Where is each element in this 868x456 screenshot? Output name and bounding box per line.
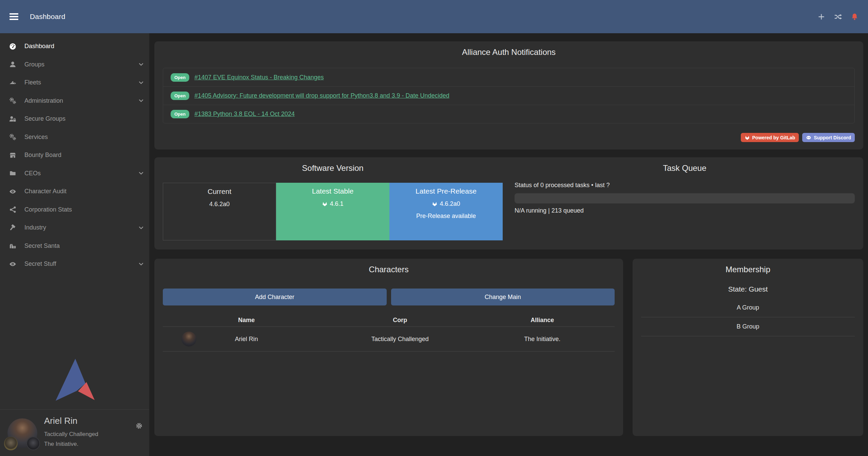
sidebar-item-label: Corporation Stats <box>24 206 72 213</box>
user-icon <box>8 61 17 68</box>
corp-logo-badge <box>4 437 18 450</box>
version-cell-current: Current 4.6.2a0 <box>163 183 276 240</box>
notifications-footer: Powered by GitLab Support Discord <box>163 133 855 142</box>
sidebar-item-character-audit[interactable]: Character Audit <box>0 182 149 201</box>
gitlab-icon <box>322 201 328 207</box>
user-meta: Ariel Rin Tactically Challenged The Init… <box>44 416 98 449</box>
sidebar-item-label: Industry <box>24 224 46 231</box>
hamburger-menu-icon[interactable] <box>9 13 18 20</box>
sidebar-item-label: Fleets <box>24 79 41 86</box>
notifications-list: Open #1407 EVE Equinox Status - Breaking… <box>163 68 855 123</box>
task-queue-section: Task Queue Status of 0 processed tasks •… <box>509 163 855 240</box>
task-queue-status-text: Status of 0 processed tasks • last ? <box>515 182 855 189</box>
sidebar-item-label: Dashboard <box>24 43 54 50</box>
powered-by-gitlab-badge[interactable]: Powered by GitLab <box>741 133 799 142</box>
character-row: Ariel Rin Tactically Challenged The Init… <box>163 327 615 352</box>
sidebar-item-label: Services <box>24 134 48 141</box>
main-content: Alliance Auth Notifications Open #1407 E… <box>149 33 868 456</box>
software-version-section: Software Version Current 4.6.2a0 Latest … <box>163 163 509 240</box>
sidebar-item-label: Character Audit <box>24 188 66 195</box>
user-alliance: The Initiative. <box>44 439 98 449</box>
membership-group: B Group <box>641 317 855 336</box>
alliance-auth-logo <box>54 358 95 401</box>
version-number: 4.6.2a0 <box>440 200 460 207</box>
sidebar-item-label: Secret Santa <box>24 242 60 250</box>
notification-link[interactable]: #1383 Python 3.8 EOL - 14 Oct 2024 <box>194 111 295 118</box>
sidebar-item-label: Groups <box>24 61 44 68</box>
add-character-button[interactable]: Add Character <box>163 289 387 305</box>
task-queue-progress-bar <box>515 193 855 203</box>
change-main-button[interactable]: Change Main <box>391 289 615 305</box>
notification-link[interactable]: #1407 EVE Equinox Status - Breaking Chan… <box>194 74 324 81</box>
user-avatar <box>7 418 37 448</box>
top-navbar: Dashboard <box>0 0 868 33</box>
column-header-corp: Corp <box>330 317 470 324</box>
sidebar: Dashboard Groups Fleets Administration S… <box>0 33 149 456</box>
gitlab-icon <box>745 135 750 140</box>
character-alliance: The Initiative. <box>470 336 615 343</box>
page-title: Dashboard <box>30 13 65 21</box>
version-number: 4.6.1 <box>330 200 343 207</box>
version-cell-stable: Latest Stable 4.6.1 <box>276 183 389 240</box>
characters-table-header: Name Corp Alliance <box>163 314 615 327</box>
navbar-actions <box>817 13 859 21</box>
sidebar-item-label: Secure Groups <box>24 115 65 122</box>
characters-table: Name Corp Alliance Ariel Rin Tactically … <box>163 314 615 352</box>
character-name-cell: Ariel Rin <box>163 336 330 343</box>
sidebar-item-administration[interactable]: Administration <box>0 92 149 110</box>
support-discord-badge[interactable]: Support Discord <box>802 133 855 142</box>
badge-label: Powered by GitLab <box>752 135 795 140</box>
version-number: 4.6.2a0 <box>209 201 230 208</box>
user-corp: Tactically Challenged <box>44 429 98 439</box>
characters-buttons: Add Character Change Main <box>163 289 615 305</box>
version-table: Current 4.6.2a0 Latest Stable 4.6.1 Late… <box>163 183 503 240</box>
sidebar-item-fleets[interactable]: Fleets <box>0 74 149 92</box>
sidebar-item-services[interactable]: Services <box>0 128 149 146</box>
gifts-icon <box>8 242 17 250</box>
membership-panel: Membership State: Guest A Group B Group <box>633 259 863 436</box>
chevron-down-icon <box>138 261 144 267</box>
sidebar-item-corporation-stats[interactable]: Corporation Stats <box>0 201 149 219</box>
chevron-down-icon <box>138 224 144 231</box>
status-badge: Open <box>171 110 189 118</box>
characters-title: Characters <box>163 264 615 275</box>
sidebar-item-secret-stuff[interactable]: Secret Stuff <box>0 255 149 273</box>
notification-item: Open #1405 Advisory: Future development … <box>163 86 854 105</box>
notification-item: Open #1407 EVE Equinox Status - Breaking… <box>163 68 854 86</box>
gears-icon <box>8 97 17 104</box>
sidebar-item-secure-groups[interactable]: Secure Groups <box>0 110 149 128</box>
plus-icon[interactable] <box>817 13 825 21</box>
user-lock-icon <box>8 115 17 123</box>
sidebar-item-label: CEOs <box>24 170 41 177</box>
share-nodes-icon <box>8 206 17 213</box>
sidebar-item-groups[interactable]: Groups <box>0 56 149 74</box>
sidebar-item-ceos[interactable]: CEOs <box>0 164 149 183</box>
chevron-down-icon <box>138 97 144 104</box>
character-name: Ariel Rin <box>235 336 258 342</box>
prerelease-note: Pre-Release available <box>389 213 503 220</box>
user-card: Ariel Rin Tactically Challenged The Init… <box>0 410 149 456</box>
store-icon <box>8 152 17 159</box>
gears-icon <box>8 133 17 141</box>
status-badge: Open <box>171 92 189 100</box>
folder-icon <box>8 170 17 177</box>
sidebar-item-industry[interactable]: Industry <box>0 219 149 237</box>
column-header-alliance: Alliance <box>470 317 615 324</box>
sidebar-item-dashboard[interactable]: Dashboard <box>0 37 149 56</box>
user-settings-gear-icon[interactable] <box>135 422 143 430</box>
sidebar-item-secret-santa[interactable]: Secret Santa <box>0 237 149 255</box>
chevron-down-icon <box>138 79 144 86</box>
badge-label: Support Discord <box>814 135 851 140</box>
eye-icon <box>8 188 17 195</box>
sidebar-bottom: Ariel Rin Tactically Challenged The Init… <box>0 358 149 456</box>
shuffle-icon[interactable] <box>834 13 842 21</box>
notification-link[interactable]: #1405 Advisory: Future development will … <box>194 92 449 99</box>
version-cell-heading: Latest Pre-Release <box>389 187 503 195</box>
version-cell-prerelease: Latest Pre-Release 4.6.2a0 Pre-Release a… <box>389 183 503 240</box>
bell-icon[interactable] <box>851 13 859 21</box>
discord-icon <box>806 135 811 140</box>
sidebar-item-bounty-board[interactable]: Bounty Board <box>0 146 149 164</box>
software-taskqueue-panel: Software Version Current 4.6.2a0 Latest … <box>154 157 863 250</box>
notifications-panel: Alliance Auth Notifications Open #1407 E… <box>154 41 863 150</box>
membership-group: A Group <box>641 298 855 317</box>
